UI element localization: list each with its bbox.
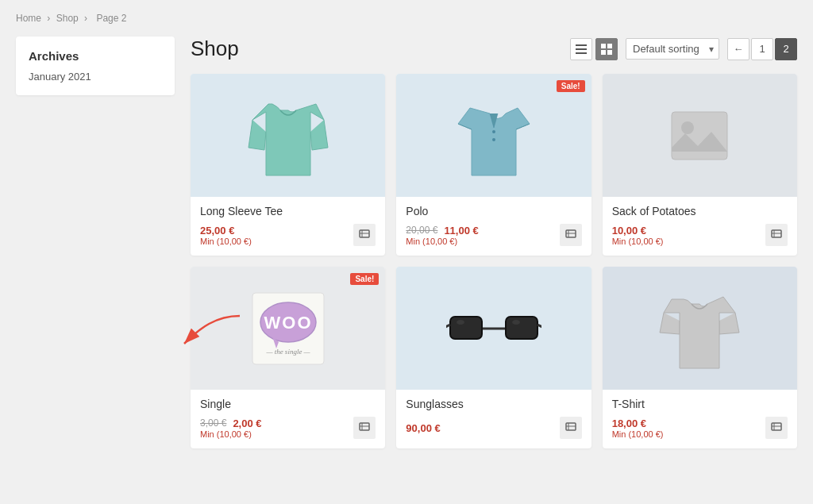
price-row-polo: 20,00 € 11,00 € Min (10,00 €) (406, 224, 581, 246)
pagination: ← 1 2 (727, 38, 797, 60)
product-info-sunglasses: Sunglasses 90,00 € (396, 390, 591, 448)
svg-rect-22 (506, 317, 538, 339)
list-icon (576, 44, 587, 54)
price-block-longsleeve: 25,00 € Min (10,00 €) (200, 225, 252, 246)
product-info-polo: Polo 20,00 € 11,00 € Min (10,00 €) (396, 197, 591, 256)
svg-point-13 (681, 121, 694, 134)
product-card-sunglasses: Sunglasses 90,00 € (396, 267, 591, 448)
product-info-longsleeve: Long Sleeve Tee 25,00 € Min (10,00 €) (191, 197, 385, 256)
svg-point-10 (492, 138, 495, 141)
tshirt-icon (656, 281, 743, 376)
price-min-polo: Min (10,00 €) (406, 237, 478, 246)
price-block-sunglasses: 90,00 € (406, 422, 440, 434)
shop-content: Shop (191, 37, 797, 448)
price-current-sunglasses: 90,00 € (406, 422, 440, 434)
price-min-longsleeve: Min (10,00 €) (200, 237, 252, 246)
price-block-single: 3,00 € 2,00 € Min (10,00 €) (200, 417, 262, 439)
main-layout: Archives January 2021 Shop (16, 37, 797, 448)
page-2-button[interactable]: 2 (775, 38, 797, 60)
placeholder-image-icon (668, 108, 731, 164)
add-cart-polo[interactable] (560, 224, 582, 246)
product-card-longsleeve: Long Sleeve Tee 25,00 € Min (10,00 €) (191, 74, 385, 256)
page-1-button[interactable]: 1 (751, 38, 773, 60)
product-name-tshirt: T-Shirt (612, 398, 788, 410)
product-image-sunglasses[interactable] (396, 267, 591, 390)
add-cart-tshirt[interactable] (765, 417, 788, 439)
svg-point-23 (457, 320, 464, 325)
sort-wrapper: Default sorting (626, 38, 719, 60)
product-name-polo: Polo (406, 205, 581, 217)
svg-rect-5 (601, 50, 606, 55)
svg-rect-0 (576, 44, 587, 46)
product-info-potatoes: Sack of Potatoes 10,00 € Min (10,00 €) (603, 197, 797, 256)
product-card-tshirt: T-Shirt 18,00 € Min (10,00 €) (603, 267, 797, 448)
grid-view-button[interactable] (595, 38, 618, 60)
add-cart-sunglasses[interactable] (560, 417, 582, 439)
add-cart-potatoes[interactable] (765, 224, 788, 246)
svg-rect-21 (450, 317, 482, 339)
svg-rect-12 (672, 112, 727, 160)
svg-text:WOO: WOO (264, 313, 312, 333)
breadcrumb-current: Page 2 (96, 13, 126, 24)
product-card-potatoes: Sack of Potatoes 10,00 € Min (10,00 €) (603, 74, 797, 256)
svg-rect-2 (576, 52, 587, 54)
view-toggle (570, 38, 618, 60)
add-cart-longsleeve[interactable] (353, 224, 376, 246)
price-block-potatoes: 10,00 € Min (10,00 €) (612, 225, 664, 246)
svg-rect-1 (576, 48, 587, 50)
product-info-tshirt: T-Shirt 18,00 € Min (10,00 €) (603, 390, 797, 448)
cart-icon (359, 229, 370, 240)
price-min-tshirt: Min (10,00 €) (612, 429, 664, 439)
price-row-longsleeve: 25,00 € Min (10,00 €) (200, 224, 376, 246)
cart-icon-polo (565, 229, 576, 240)
product-image-longsleeve[interactable] (191, 74, 385, 197)
list-view-button[interactable] (570, 38, 592, 60)
add-cart-single[interactable] (353, 417, 376, 439)
price-row-potatoes: 10,00 € Min (10,00 €) (612, 224, 788, 246)
sidebar-title: Archives (29, 49, 162, 63)
breadcrumb-home[interactable]: Home (16, 13, 41, 24)
polo-icon (450, 88, 538, 183)
price-current-longsleeve: 25,00 € (200, 225, 252, 237)
breadcrumb-shop[interactable]: Shop (56, 13, 79, 24)
longsleeve-icon (245, 88, 332, 183)
sale-badge-single: Sale! (350, 273, 379, 285)
price-original-polo: 20,00 € (406, 225, 437, 236)
svg-point-9 (492, 130, 495, 133)
product-image-potatoes[interactable] (603, 74, 797, 197)
svg-point-24 (512, 320, 520, 325)
product-image-tshirt[interactable] (603, 267, 797, 390)
price-min-single: Min (10,00 €) (200, 429, 262, 439)
shop-header: Shop (191, 37, 797, 61)
prev-page-button[interactable]: ← (727, 38, 749, 60)
product-name-sunglasses: Sunglasses (406, 398, 581, 410)
sidebar: Archives January 2021 (16, 37, 175, 95)
cart-icon-tshirt (771, 422, 782, 433)
price-block-tshirt: 18,00 € Min (10,00 €) (612, 417, 664, 439)
svg-rect-3 (601, 44, 606, 48)
products-grid: Long Sleeve Tee 25,00 € Min (10,00 €) (191, 74, 797, 448)
product-name-longsleeve: Long Sleeve Tee (200, 205, 376, 217)
price-row-sunglasses: 90,00 € (406, 417, 581, 439)
toolbar: Default sorting ← 1 2 (570, 38, 797, 60)
cart-icon-sunglasses (565, 422, 576, 433)
price-original-single: 3,00 € (200, 417, 226, 429)
product-image-polo[interactable]: Sale! (396, 74, 591, 197)
page-wrapper: Home › Shop › Page 2 Archives January 20… (0, 0, 813, 472)
product-name-potatoes: Sack of Potatoes (612, 205, 788, 217)
price-current-potatoes: 10,00 € (612, 225, 664, 237)
shop-title: Shop (191, 37, 239, 61)
product-card-polo: Sale! (396, 74, 591, 256)
sidebar-item-january2021[interactable]: January 2021 (29, 71, 162, 83)
sale-badge-polo: Sale! (557, 80, 585, 92)
grid-icon (601, 44, 612, 55)
product-image-single[interactable]: Sale! WOO — the single — (191, 267, 385, 390)
price-current-single: 2,00 € (233, 417, 261, 429)
sort-select[interactable]: Default sorting (626, 38, 719, 60)
svg-rect-4 (607, 44, 612, 48)
breadcrumb: Home › Shop › Page 2 (16, 8, 797, 24)
price-current-polo: 11,00 € (444, 225, 478, 237)
price-current-tshirt: 18,00 € (612, 417, 664, 429)
product-name-single: Single (200, 398, 376, 410)
sunglasses-icon (446, 301, 541, 356)
